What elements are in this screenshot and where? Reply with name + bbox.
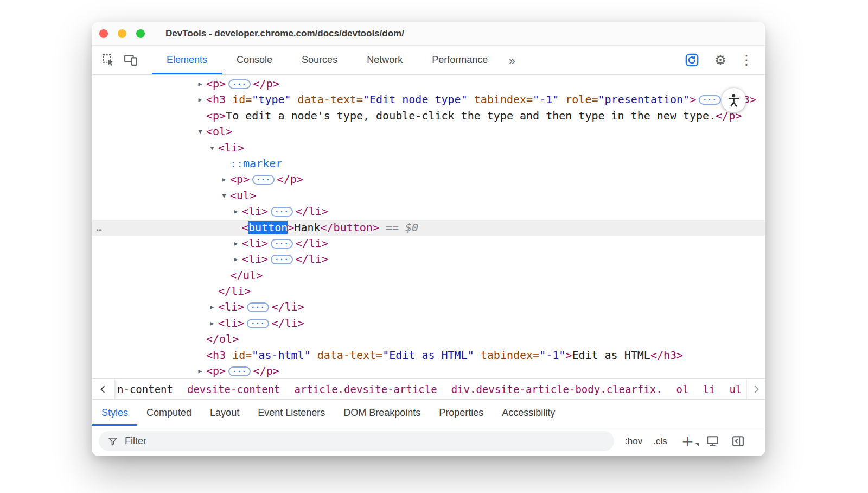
breadcrumb-n-content[interactable]: n-content bbox=[117, 383, 173, 395]
code-tag: <ol> bbox=[206, 125, 232, 138]
code-plain bbox=[311, 349, 317, 362]
close-window-button[interactable] bbox=[99, 29, 108, 38]
breadcrumb-article-devsite-article[interactable]: article.devsite-article bbox=[295, 383, 437, 395]
twisty-collapsed-icon[interactable]: ▸ bbox=[196, 76, 205, 92]
tab-performance[interactable]: Performance bbox=[417, 46, 502, 74]
tab-console[interactable]: Console bbox=[222, 46, 287, 74]
twisty-collapsed-icon[interactable]: ▸ bbox=[220, 172, 228, 187]
panel-tab-layout[interactable]: Layout bbox=[201, 400, 248, 426]
dom-tree-row[interactable]: </li> bbox=[92, 283, 765, 299]
monitor-icon bbox=[706, 434, 719, 448]
twisty-collapsed-icon[interactable]: ▸ bbox=[232, 251, 240, 267]
more-tabs-button[interactable]: » bbox=[509, 54, 515, 67]
code-plain bbox=[474, 349, 481, 362]
toggle-classes-button[interactable]: .cls bbox=[653, 436, 667, 447]
device-toolbar-button[interactable] bbox=[120, 50, 141, 71]
panel-tab-properties[interactable]: Properties bbox=[430, 400, 493, 426]
breadcrumb-bar: n-contentdevsite-contentarticle.devsite-… bbox=[92, 378, 765, 399]
expand-ellipsis-icon[interactable]: ··· bbox=[699, 95, 720, 105]
dom-tree-row[interactable]: </ol> bbox=[92, 331, 765, 347]
dom-tree-row[interactable]: ▾<ol> bbox=[92, 124, 765, 140]
breadcrumb-li[interactable]: li bbox=[703, 383, 715, 395]
code-attr: tabindex bbox=[481, 349, 533, 362]
window-title: DevTools - developer.chrome.com/docs/dev… bbox=[165, 28, 404, 39]
twisty-expanded-icon[interactable]: ▾ bbox=[220, 188, 228, 204]
twisty-collapsed-icon[interactable]: ▸ bbox=[208, 299, 216, 315]
window-titlebar: DevTools - developer.chrome.com/docs/dev… bbox=[92, 22, 765, 46]
twisty-collapsed-icon[interactable]: ▸ bbox=[196, 92, 205, 108]
dom-tree-row[interactable]: ▸<p>···</p> bbox=[92, 172, 765, 187]
panel-tab-event-listeners[interactable]: Event Listeners bbox=[248, 400, 334, 426]
code-tag: <li> bbox=[242, 237, 268, 250]
dom-tree-row[interactable]: <h3 id="as-html" data-text="Edit as HTML… bbox=[92, 347, 765, 363]
breadcrumb-scroll-right-button[interactable] bbox=[746, 379, 765, 399]
dom-tree-row[interactable]: ▸<li>···</li> bbox=[92, 251, 765, 267]
twisty-collapsed-icon[interactable]: ▸ bbox=[208, 315, 216, 331]
dom-tree-row[interactable]: <p>To edit a node's type, double-click t… bbox=[92, 108, 765, 124]
dom-tree-row[interactable]: ▸<p>···</p> bbox=[92, 363, 765, 378]
replay-extension-button[interactable] bbox=[681, 50, 702, 71]
plus-icon: + bbox=[681, 432, 694, 450]
dom-tree-row[interactable]: ::marker bbox=[92, 156, 765, 172]
code-attr: role bbox=[565, 93, 591, 106]
toggle-element-state-button[interactable]: :hov bbox=[625, 436, 642, 447]
expand-ellipsis-icon[interactable]: ··· bbox=[247, 319, 269, 328]
dom-tree-row[interactable]: ▸<li>···</li> bbox=[92, 299, 765, 315]
dom-tree-row[interactable]: ▾<ul> bbox=[92, 188, 765, 204]
breadcrumb-scroll-left-button[interactable] bbox=[92, 379, 114, 399]
code-tag: <h3 bbox=[206, 349, 226, 362]
expand-ellipsis-icon[interactable]: ··· bbox=[228, 79, 250, 89]
expand-ellipsis-icon[interactable]: ··· bbox=[271, 207, 292, 217]
twisty-collapsed-icon[interactable]: ▸ bbox=[232, 204, 240, 219]
tab-elements[interactable]: Elements bbox=[152, 46, 222, 74]
code-attr: = bbox=[245, 93, 252, 106]
dom-tree-row[interactable]: ▸<li>···</li> bbox=[92, 315, 765, 331]
dom-tree-panel: ▸<p>···</p>▸<h3 id="type" data-text="Edi… bbox=[92, 75, 765, 378]
code-tag: </li> bbox=[272, 300, 304, 313]
twisty-expanded-icon[interactable]: ▾ bbox=[196, 124, 205, 140]
expand-ellipsis-icon[interactable]: ··· bbox=[228, 366, 250, 376]
dom-tree-row[interactable]: ▾<li> bbox=[92, 140, 765, 156]
zoom-window-button[interactable] bbox=[136, 29, 145, 38]
breadcrumb-ul[interactable]: ul bbox=[729, 383, 742, 395]
tab-sources[interactable]: Sources bbox=[287, 46, 352, 74]
code-attr: data-text bbox=[298, 93, 356, 106]
code-attr: data-text bbox=[317, 349, 376, 362]
toggle-sidebar-button[interactable] bbox=[731, 434, 745, 448]
tab-network[interactable]: Network bbox=[352, 46, 417, 74]
breadcrumb-div-devsite-article-body-clearfix[interactable]: div.devsite-article-body.clearfix. bbox=[451, 383, 662, 395]
accessibility-person-icon bbox=[726, 93, 741, 108]
devtools-menu-button[interactable]: ⋮ bbox=[737, 50, 756, 70]
filter-funnel-icon bbox=[107, 436, 118, 447]
dom-tree-row[interactable]: ▸<li>···</li> bbox=[92, 204, 765, 219]
minimize-window-button[interactable] bbox=[118, 29, 126, 38]
new-style-rule-button[interactable]: + bbox=[681, 435, 694, 447]
panel-tab-computed[interactable]: Computed bbox=[137, 400, 201, 426]
code-attr: = bbox=[526, 93, 533, 106]
twisty-expanded-icon[interactable]: ▾ bbox=[208, 140, 216, 156]
panel-tab-styles[interactable]: Styles bbox=[92, 400, 137, 426]
twisty-collapsed-icon[interactable]: ▸ bbox=[196, 363, 205, 378]
dom-tree-row[interactable]: ▸<h3 id="type" data-text="Edit node type… bbox=[92, 92, 765, 108]
dom-tree-row[interactable]: …<button>Hank</button> == $0 bbox=[92, 220, 765, 236]
rendering-monitor-button[interactable] bbox=[706, 434, 719, 448]
dom-tree-row[interactable]: ▸<p>···</p> bbox=[92, 76, 765, 92]
dom-tree-row[interactable]: </ul> bbox=[92, 268, 765, 283]
breadcrumb-devsite-content[interactable]: devsite-content bbox=[187, 383, 280, 395]
panel-tab-dom-breakpoints[interactable]: DOM Breakpoints bbox=[334, 400, 430, 426]
styles-filter-bar: Filter :hov .cls + bbox=[92, 426, 765, 456]
breadcrumb-ol[interactable]: ol bbox=[676, 383, 689, 395]
twisty-collapsed-icon[interactable]: ▸ bbox=[232, 236, 240, 251]
code-tag: </p> bbox=[253, 364, 279, 377]
expand-ellipsis-icon[interactable]: ··· bbox=[271, 239, 292, 249]
settings-button[interactable]: ⚙ bbox=[711, 50, 730, 70]
expand-ellipsis-icon[interactable]: ··· bbox=[252, 175, 274, 185]
row-overflow-icon[interactable]: … bbox=[97, 220, 103, 236]
expand-ellipsis-icon[interactable]: ··· bbox=[271, 255, 292, 264]
filter-input[interactable]: Filter bbox=[99, 431, 614, 451]
panel-tab-accessibility[interactable]: Accessibility bbox=[493, 400, 564, 426]
expand-ellipsis-icon[interactable]: ··· bbox=[247, 302, 269, 312]
inspect-element-button[interactable] bbox=[98, 50, 118, 71]
dom-tree-row[interactable]: ▸<li>···</li> bbox=[92, 236, 765, 251]
code-val: "Edit node type" bbox=[363, 93, 468, 106]
